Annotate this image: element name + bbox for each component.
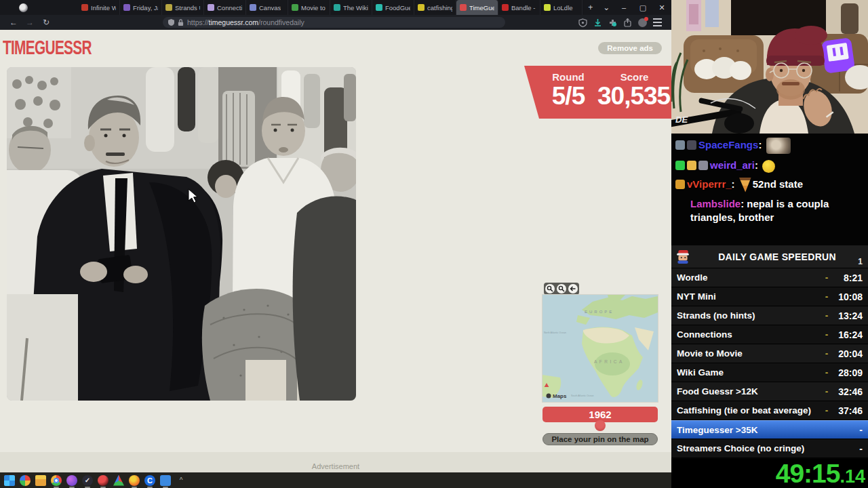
tab-11[interactable]: Bandle - Guess th — [498, 0, 540, 15]
maximize-button[interactable]: ▢ — [633, 0, 652, 15]
pizza-emote-icon — [739, 178, 751, 192]
timeguessr-page: TIMEGUESSR Remove ads — [0, 30, 671, 472]
splits-header: DAILY GAME SPEEDRUN 1 — [671, 245, 868, 268]
map-back-button[interactable] — [568, 284, 578, 293]
chat-message-4: Lambslide: nepal is a coupla triangles, … — [675, 197, 865, 224]
tab-3[interactable]: Strands Uncover — [162, 0, 204, 15]
webcam-view: DE — [671, 0, 868, 134]
taskbar-icon-todo[interactable]: ✓ — [82, 475, 93, 486]
year-slider-knob[interactable] — [595, 420, 606, 431]
reload-button[interactable]: ↻ — [38, 18, 54, 27]
site-logo[interactable]: TIMEGUESSR — [3, 37, 92, 59]
taskbar-icon-tablet[interactable] — [160, 475, 171, 486]
taskbar-icon-start[interactable] — [4, 475, 15, 486]
taskbar-icon-firefox[interactable] — [129, 475, 140, 486]
split-delta: - — [821, 329, 833, 340]
tab-6[interactable]: Movie to Movie — [288, 0, 330, 15]
tab-10[interactable]: TimeGuessr - T — [456, 0, 498, 15]
download-icon[interactable] — [593, 18, 602, 27]
chat-username[interactable]: SpaceFangs — [698, 139, 758, 150]
tab-2[interactable]: Friday, January 3 — [120, 0, 162, 15]
browser-logo-icon[interactable] — [19, 3, 28, 12]
url-host: timeguessr.com — [209, 18, 259, 26]
tab-7[interactable]: The Wiki Game — [330, 0, 372, 15]
share-icon[interactable] — [623, 18, 632, 27]
taskbar-icon-file-explorer[interactable] — [35, 475, 46, 486]
toolbar-extensions — [578, 18, 662, 27]
chat-message-2: weird_ari: — [675, 159, 865, 173]
close-button[interactable]: ✕ — [652, 0, 671, 15]
chat-badge-icon — [687, 161, 696, 170]
profile-avatar[interactable] — [638, 18, 647, 27]
split-time: 20:04 — [833, 348, 863, 359]
taskbar-icon-tray-arrow[interactable]: ^ — [176, 475, 186, 486]
tab-label: Bandle - Guess th — [511, 4, 536, 12]
running-indicator — [100, 487, 106, 488]
speedrun-timer: 49:15 .14 — [671, 459, 868, 488]
stream-overlay: DE SpaceFangs: weird_ari: vViperrr_: 52n… — [671, 0, 868, 488]
privacy-eye-icon[interactable] — [578, 18, 587, 27]
taskbar: ✓C^ — [0, 472, 671, 488]
taskbar-icon-opera[interactable] — [98, 475, 108, 486]
back-button[interactable]: ← — [5, 18, 22, 27]
map-zoom-out-button[interactable] — [557, 284, 566, 293]
running-indicator — [163, 487, 168, 488]
tab-9[interactable]: catfishing - the t — [414, 0, 456, 15]
tab-favicon — [81, 4, 88, 11]
split-row-4: Connections-16:24 — [671, 325, 868, 344]
chat-message-3: vViperrr_: 52nd state — [675, 178, 865, 192]
split-row-5: Movie to Movie-20:04 — [671, 344, 868, 363]
taskbar-icon-clipchamp[interactable] — [66, 475, 77, 486]
taskbar-icon-widgets[interactable] — [20, 475, 31, 486]
guess-map[interactable]: EUROPE AFRICA North Atlantic Ocean South… — [542, 295, 658, 402]
split-name: Wiki Game — [677, 367, 821, 378]
timer-main: 49:15 — [776, 459, 840, 488]
map-zoom-in-button[interactable] — [545, 284, 555, 293]
splits-panel: DAILY GAME SPEEDRUN 1 Wordle-8:21NYT Min… — [671, 245, 868, 458]
remove-ads-button[interactable]: Remove ads — [598, 42, 662, 54]
tab-favicon — [460, 4, 467, 11]
browser-window: Infinite Wordle -Friday, January 3Strand… — [0, 0, 671, 472]
year-value: 1962 — [589, 409, 611, 420]
tab-search-chevron-icon[interactable]: ⌄ — [599, 3, 615, 12]
tab-label: Canvas — [259, 4, 281, 12]
place-pin-button[interactable]: Place your pin on the map — [542, 433, 658, 445]
tab-label: Strands Uncover — [175, 4, 200, 12]
tab-favicon — [123, 4, 130, 11]
tab-4[interactable]: Connections — — [204, 0, 246, 15]
split-time: 16:24 — [833, 329, 863, 340]
tab-favicon — [250, 4, 256, 11]
split-name: Catfishing (tie or beat average) — [677, 405, 821, 415]
chat-username[interactable]: weird_ari — [710, 159, 755, 171]
tab-8[interactable]: FoodGuessr — [372, 0, 414, 15]
address-bar[interactable]: https://timeguessr.com/roundfivedaily — [163, 17, 505, 28]
extension-puzzle-icon[interactable] — [608, 18, 617, 27]
mario-santa-icon — [675, 249, 690, 264]
split-name: Food Guessr >12K — [677, 386, 821, 396]
chat-username[interactable]: Lambslide — [690, 198, 741, 209]
split-delta: - — [821, 386, 833, 396]
taskbar-icon-chrome[interactable] — [51, 475, 62, 486]
score-value: 30,535 — [597, 83, 670, 110]
forward-button[interactable]: → — [22, 18, 38, 27]
tab-12[interactable]: LoLdle — [540, 0, 583, 15]
chat-badge-icon — [687, 140, 696, 150]
round-score-banner: Round Score 5/5 30,535 — [524, 66, 671, 119]
tab-1[interactable]: Infinite Wordle - — [78, 0, 120, 15]
menu-icon[interactable] — [653, 18, 662, 27]
taskbar-icon-converter[interactable]: C — [144, 475, 155, 486]
tab-strip: Infinite Wordle -Friday, January 3Strand… — [78, 0, 583, 15]
map-label-europe: EUROPE — [585, 310, 614, 314]
taskbar-icon-drive[interactable] — [113, 475, 124, 486]
screen: Infinite Wordle -Friday, January 3Strand… — [0, 0, 868, 488]
split-delta: - — [821, 348, 833, 359]
tab-5[interactable]: Canvas — [246, 0, 288, 15]
running-indicator — [132, 487, 137, 488]
split-row-7: Food Guessr >12K-32:46 — [671, 382, 868, 401]
splits-title: DAILY GAME SPEEDRUN — [690, 251, 864, 262]
new-tab-button[interactable]: + — [583, 3, 599, 12]
splits-rows: Wordle-8:21NYT Mini-10:08Strands (no hin… — [671, 268, 868, 458]
dancer-emote-icon — [762, 160, 775, 173]
minimize-button[interactable]: – — [614, 0, 633, 15]
chat-username[interactable]: vViperrr_ — [687, 178, 732, 190]
